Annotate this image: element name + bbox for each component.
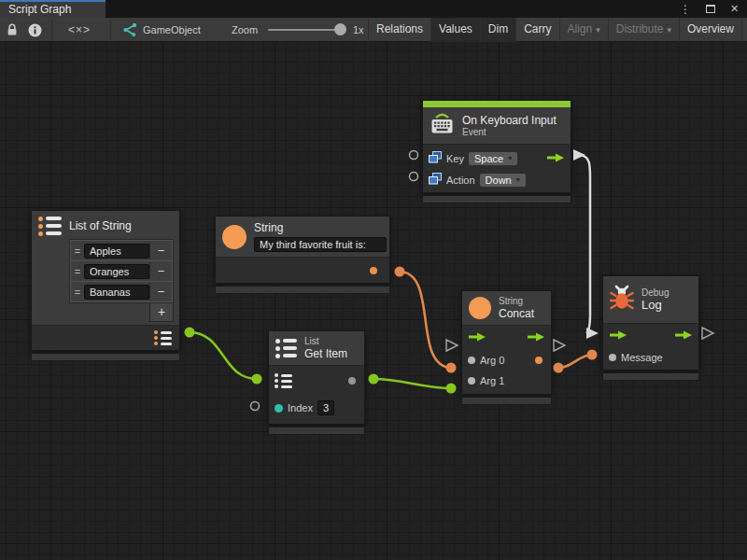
window-menu-icon[interactable]: ⋮: [680, 0, 693, 18]
carry-button[interactable]: Carry: [515, 18, 558, 42]
port-endpoint-concat-arg0[interactable]: [446, 363, 457, 373]
flow-out-connector-keyboard[interactable]: [573, 149, 585, 161]
gameobject-icon: [122, 18, 137, 42]
flow-out-connector-log-empty[interactable]: [702, 328, 713, 339]
relations-button[interactable]: Relations: [368, 18, 430, 42]
dim-button[interactable]: Dim: [480, 18, 515, 42]
gameobject-label: GameObject: [143, 18, 201, 42]
port-endpoint-getitem-list-input[interactable]: [252, 374, 262, 385]
graph-toolbar: <×> GameObject Zoom 1x Relations Values …: [0, 18, 747, 42]
wire-getitem-to-concat[interactable]: [374, 379, 451, 388]
port-endpoint-list-output[interactable]: [185, 328, 195, 338]
port-endpoint-concat-arg1[interactable]: [446, 384, 457, 394]
value-connector-action-empty[interactable]: [410, 173, 418, 181]
distribute-label: Distribute: [616, 22, 664, 35]
wire-overlay: [0, 42, 747, 560]
script-graph-window: Script Graph ⋮ ✕ <×>: [0, 0, 747, 560]
tab-script-graph[interactable]: Script Graph: [0, 0, 106, 18]
info-icon[interactable]: [28, 18, 42, 42]
zoom-label: Zoom: [232, 18, 258, 42]
flow-in-connector-log[interactable]: [586, 328, 599, 339]
graph-canvas[interactable]: On Keyboard Input Event Key Space▾: [0, 42, 747, 560]
wire-flow-outline: [581, 155, 590, 333]
fullscreen-button[interactable]: Full Screen: [741, 18, 747, 42]
port-endpoint-log-message[interactable]: [587, 350, 598, 360]
zoom-value: 1x: [353, 18, 364, 42]
wire-concat-to-log[interactable]: [558, 355, 592, 368]
zoom-slider-handle[interactable]: [334, 23, 346, 35]
value-connector-index-empty[interactable]: [251, 402, 260, 411]
chevron-down-icon: ▾: [596, 25, 600, 35]
values-button[interactable]: Values: [430, 18, 480, 42]
value-connector-key-empty[interactable]: [410, 151, 418, 160]
align-label: Align: [568, 22, 593, 35]
wire-string-to-concat[interactable]: [400, 272, 451, 368]
flow-in-connector-concat-empty[interactable]: [446, 340, 458, 351]
toolbar-separator: [110, 20, 111, 40]
window-maximize-icon[interactable]: [706, 5, 715, 13]
lock-icon[interactable]: [6, 18, 19, 42]
toolbar-separator: [51, 20, 52, 40]
port-endpoint-getitem-output[interactable]: [369, 374, 379, 385]
wire-list-to-getitem[interactable]: [190, 332, 257, 379]
overview-button[interactable]: Overview: [679, 18, 741, 42]
chevron-down-icon: ▾: [667, 25, 671, 35]
align-button[interactable]: Align▾: [559, 18, 608, 42]
port-endpoint-string-output[interactable]: [395, 267, 405, 277]
tab-bar: Script Graph ⋮ ✕: [0, 0, 747, 18]
code-view-icon[interactable]: <×>: [68, 18, 91, 42]
flow-out-connector-concat-empty[interactable]: [554, 340, 565, 351]
window-close-icon[interactable]: ✕: [730, 0, 743, 18]
distribute-button[interactable]: Distribute▾: [608, 18, 679, 42]
port-endpoint-concat-result[interactable]: [554, 363, 564, 373]
toolbar-buttons: Relations Values Dim Carry Align▾ Distri…: [368, 18, 747, 42]
